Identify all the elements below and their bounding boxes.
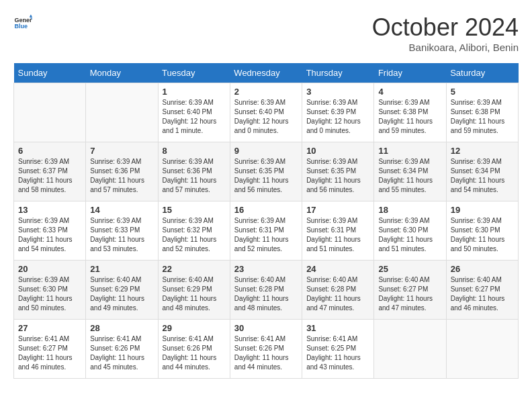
cell-info: Sunrise: 6:41 AMSunset: 6:25 PMDaylight:… — [306, 334, 369, 372]
daylight-text: Daylight: 11 hours and 59 minutes. — [378, 117, 441, 136]
cell-info: Sunrise: 6:39 AMSunset: 6:31 PMDaylight:… — [234, 216, 298, 254]
sunset-text: Sunset: 6:30 PM — [451, 226, 514, 235]
sunset-text: Sunset: 6:34 PM — [451, 167, 514, 176]
calendar-cell: 31Sunrise: 6:41 AMSunset: 6:25 PMDayligh… — [302, 320, 374, 379]
cell-info: Sunrise: 6:39 AMSunset: 6:38 PMDaylight:… — [451, 98, 514, 136]
daylight-text: Daylight: 11 hours and 59 minutes. — [451, 117, 514, 136]
sunrise-text: Sunrise: 6:39 AM — [378, 98, 441, 107]
cell-info: Sunrise: 6:39 AMSunset: 6:35 PMDaylight:… — [234, 157, 298, 195]
daylight-text: Daylight: 11 hours and 55 minutes. — [378, 176, 441, 195]
sunset-text: Sunset: 6:31 PM — [306, 226, 369, 235]
day-number: 14 — [90, 205, 153, 215]
sunrise-text: Sunrise: 6:39 AM — [18, 275, 81, 285]
sunrise-text: Sunrise: 6:41 AM — [18, 334, 81, 344]
sunset-text: Sunset: 6:26 PM — [234, 344, 298, 353]
sunrise-text: Sunrise: 6:40 AM — [378, 275, 441, 285]
sunrise-text: Sunrise: 6:39 AM — [451, 157, 514, 167]
calendar-cell: 26Sunrise: 6:40 AMSunset: 6:27 PMDayligh… — [446, 261, 518, 320]
logo: General Blue — [13, 13, 32, 32]
weekday-header-wednesday: Wednesday — [230, 63, 302, 83]
week-row-4: 20Sunrise: 6:39 AMSunset: 6:30 PMDayligh… — [14, 261, 519, 320]
calendar-cell: 19Sunrise: 6:39 AMSunset: 6:30 PMDayligh… — [446, 201, 518, 261]
calendar-cell: 9Sunrise: 6:39 AMSunset: 6:35 PMDaylight… — [230, 142, 302, 201]
weekday-header-monday: Monday — [86, 63, 158, 83]
daylight-text: Daylight: 11 hours and 46 minutes. — [451, 294, 514, 313]
sunrise-text: Sunrise: 6:39 AM — [90, 216, 153, 226]
cell-info: Sunrise: 6:41 AMSunset: 6:27 PMDaylight:… — [18, 334, 81, 372]
sunrise-text: Sunrise: 6:40 AM — [451, 275, 514, 285]
day-number: 26 — [451, 264, 514, 274]
daylight-text: Daylight: 11 hours and 50 minutes. — [18, 294, 81, 313]
day-number: 31 — [306, 323, 369, 333]
calendar-cell: 25Sunrise: 6:40 AMSunset: 6:27 PMDayligh… — [374, 261, 446, 320]
weekday-header-tuesday: Tuesday — [158, 63, 230, 83]
sunrise-text: Sunrise: 6:40 AM — [163, 275, 226, 285]
daylight-text: Daylight: 11 hours and 45 minutes. — [90, 353, 153, 372]
daylight-text: Daylight: 11 hours and 54 minutes. — [18, 235, 81, 254]
day-number: 5 — [451, 87, 514, 97]
daylight-text: Daylight: 11 hours and 46 minutes. — [18, 353, 81, 372]
day-number: 28 — [90, 323, 153, 333]
sunrise-text: Sunrise: 6:41 AM — [163, 334, 226, 344]
calendar-cell: 17Sunrise: 6:39 AMSunset: 6:31 PMDayligh… — [302, 201, 374, 261]
sunset-text: Sunset: 6:34 PM — [378, 167, 441, 176]
cell-info: Sunrise: 6:39 AMSunset: 6:32 PMDaylight:… — [163, 216, 226, 254]
day-number: 21 — [90, 264, 153, 274]
sunrise-text: Sunrise: 6:39 AM — [306, 98, 369, 107]
cell-info: Sunrise: 6:39 AMSunset: 6:34 PMDaylight:… — [451, 157, 514, 195]
daylight-text: Daylight: 11 hours and 49 minutes. — [90, 294, 153, 313]
sunset-text: Sunset: 6:32 PM — [163, 226, 226, 235]
day-number: 6 — [18, 146, 81, 156]
cell-info: Sunrise: 6:40 AMSunset: 6:27 PMDaylight:… — [378, 275, 441, 313]
sunrise-text: Sunrise: 6:39 AM — [451, 98, 514, 107]
daylight-text: Daylight: 11 hours and 48 minutes. — [234, 294, 298, 313]
day-number: 15 — [163, 205, 226, 215]
daylight-text: Daylight: 11 hours and 52 minutes. — [234, 235, 298, 254]
sunrise-text: Sunrise: 6:39 AM — [163, 216, 226, 226]
calendar-cell: 10Sunrise: 6:39 AMSunset: 6:35 PMDayligh… — [302, 142, 374, 201]
weekday-header-sunday: Sunday — [14, 63, 86, 83]
daylight-text: Daylight: 11 hours and 47 minutes. — [378, 294, 441, 313]
cell-info: Sunrise: 6:41 AMSunset: 6:26 PMDaylight:… — [163, 334, 226, 372]
daylight-text: Daylight: 11 hours and 44 minutes. — [163, 353, 226, 372]
sunrise-text: Sunrise: 6:39 AM — [306, 216, 369, 226]
sunrise-text: Sunrise: 6:39 AM — [306, 157, 369, 167]
calendar-cell: 12Sunrise: 6:39 AMSunset: 6:34 PMDayligh… — [446, 142, 518, 201]
cell-info: Sunrise: 6:41 AMSunset: 6:26 PMDaylight:… — [90, 334, 153, 372]
sunrise-text: Sunrise: 6:39 AM — [18, 157, 81, 167]
calendar-cell: 16Sunrise: 6:39 AMSunset: 6:31 PMDayligh… — [230, 201, 302, 261]
month-title: October 2024 — [372, 13, 519, 42]
sunrise-text: Sunrise: 6:39 AM — [163, 157, 226, 167]
sunset-text: Sunset: 6:26 PM — [90, 344, 153, 353]
calendar-cell: 18Sunrise: 6:39 AMSunset: 6:30 PMDayligh… — [374, 201, 446, 261]
svg-text:General: General — [14, 17, 32, 24]
calendar-cell: 20Sunrise: 6:39 AMSunset: 6:30 PMDayligh… — [14, 261, 86, 320]
day-number: 13 — [18, 205, 81, 215]
cell-info: Sunrise: 6:39 AMSunset: 6:30 PMDaylight:… — [451, 216, 514, 254]
daylight-text: Daylight: 12 hours and 1 minute. — [163, 117, 226, 136]
daylight-text: Daylight: 11 hours and 52 minutes. — [163, 235, 226, 254]
weekday-header-friday: Friday — [374, 63, 446, 83]
cell-info: Sunrise: 6:39 AMSunset: 6:40 PMDaylight:… — [163, 98, 226, 136]
cell-info: Sunrise: 6:39 AMSunset: 6:33 PMDaylight:… — [90, 216, 153, 254]
cell-info: Sunrise: 6:40 AMSunset: 6:29 PMDaylight:… — [90, 275, 153, 313]
calendar-cell — [374, 320, 446, 379]
day-number: 17 — [306, 205, 369, 215]
daylight-text: Daylight: 11 hours and 58 minutes. — [18, 176, 81, 195]
daylight-text: Daylight: 11 hours and 44 minutes. — [234, 353, 298, 372]
day-number: 20 — [18, 264, 81, 274]
sunset-text: Sunset: 6:36 PM — [163, 167, 226, 176]
calendar-cell — [14, 83, 86, 142]
calendar-cell: 13Sunrise: 6:39 AMSunset: 6:33 PMDayligh… — [14, 201, 86, 261]
day-number: 7 — [90, 146, 153, 156]
daylight-text: Daylight: 12 hours and 0 minutes. — [306, 117, 369, 136]
sunset-text: Sunset: 6:26 PM — [163, 344, 226, 353]
sunset-text: Sunset: 6:30 PM — [378, 226, 441, 235]
calendar-cell: 4Sunrise: 6:39 AMSunset: 6:38 PMDaylight… — [374, 83, 446, 142]
day-number: 29 — [163, 323, 226, 333]
calendar-cell: 2Sunrise: 6:39 AMSunset: 6:40 PMDaylight… — [230, 83, 302, 142]
sunset-text: Sunset: 6:36 PM — [90, 167, 153, 176]
cell-info: Sunrise: 6:40 AMSunset: 6:28 PMDaylight:… — [234, 275, 298, 313]
sunrise-text: Sunrise: 6:41 AM — [90, 334, 153, 344]
weekday-header-saturday: Saturday — [446, 63, 518, 83]
